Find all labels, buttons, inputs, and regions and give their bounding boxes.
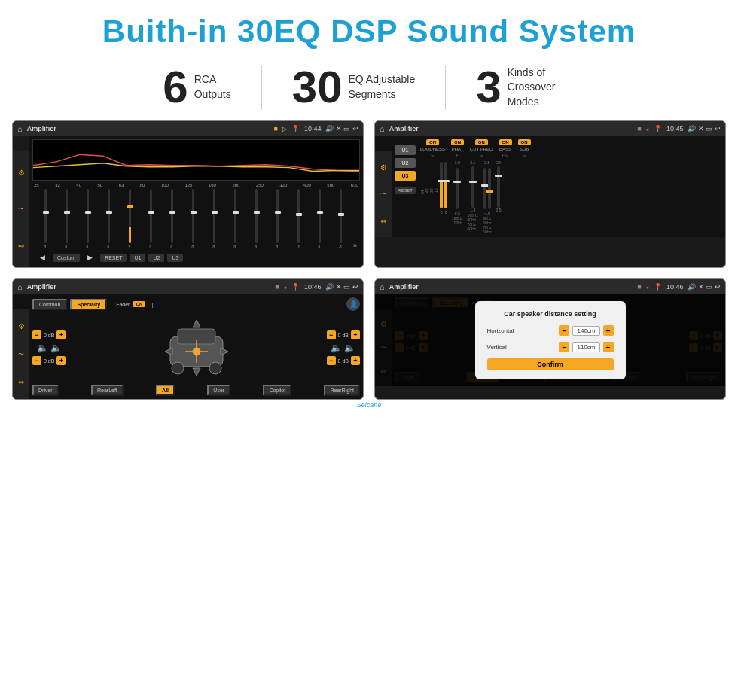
eq-slider-12[interactable]: 0 [267,189,287,249]
cutfreq-on[interactable]: ON [475,139,488,145]
eq-topbar: ⌂ Amplifier ■ ▷ 📍 10:44 🔊 ✕ ▭ ↩ [13,121,363,136]
eq-slider-1[interactable]: 0 [35,189,55,249]
eq-slider-13[interactable]: -1 [288,189,308,249]
confirm-button[interactable]: Confirm [487,358,614,370]
fader-tab-row: Common Specialty Fader ON ||| 👤 [32,297,360,311]
fader-on[interactable]: ON [133,301,145,307]
switch-bass: ON BASS F G [499,139,512,157]
eq-slider-5[interactable]: 5 [120,189,139,249]
rear-right-button[interactable]: RearRight [324,385,360,396]
crossover-home-icon[interactable]: ⌂ [380,124,385,133]
preset-u3[interactable]: U3 [395,171,416,181]
loudness-on[interactable]: ON [426,139,439,145]
dialog-location-icon: 📍 [654,283,662,291]
profile-icon[interactable]: 👤 [346,297,360,311]
phat-slider[interactable] [456,168,459,209]
eq-topbar-icons: 🔊 ✕ ▭ ↩ [325,125,358,132]
bass-slider2[interactable] [488,168,491,209]
copilot-button[interactable]: Copilot [263,385,291,396]
reset-button[interactable]: RESET [395,187,416,194]
fader-minus-3[interactable]: − [327,330,336,339]
eq-sidebar-icon-3[interactable]: ⇔ [18,242,24,250]
stat-eq-number: 30 [292,65,343,110]
crossover-sidebar-icon-2[interactable]: 〜 [380,190,386,198]
specialty-tab[interactable]: Specialty [70,299,107,310]
home-icon[interactable]: ⌂ [17,124,23,133]
preset-u1[interactable]: U1 [395,145,416,155]
vertical-plus[interactable]: + [603,342,614,352]
crossover-sidebar-icon-1[interactable]: ⚙ [380,163,387,172]
all-button[interactable]: All [156,385,175,396]
preset-u2[interactable]: U2 [395,158,416,168]
eq-slider-7[interactable]: 0 [162,189,181,249]
phat-on[interactable]: ON [451,139,464,145]
dialog-topbar: ⌂ Amplifier ■ ● 📍 10:46 🔊 ✕ ▭ ↩ [375,279,725,294]
sub-on[interactable]: ON [518,139,531,145]
fader-plus-3[interactable]: + [351,330,360,339]
fader-home-icon[interactable]: ⌂ [17,282,23,291]
fader-plus-2[interactable]: + [56,356,66,365]
fader-plus-4[interactable]: + [351,356,360,365]
cutfreq-slider[interactable] [471,166,474,208]
fader-sidebar-icon-1[interactable]: ⚙ [18,322,25,330]
fader-db-value-2: 0 dB [44,358,54,364]
loudness-slider2[interactable]: 0 [444,162,447,215]
eq-prev-button[interactable]: ◀ [35,252,50,263]
speaker-icon-r1: 🔈 [331,342,342,353]
fader-plus-1[interactable]: + [56,330,66,339]
common-tab[interactable]: Common [32,299,67,310]
eq-slider-15[interactable]: -1 [331,189,350,249]
eq-u2-button[interactable]: U2 [148,254,164,262]
eq-u1-button[interactable]: U1 [130,254,145,262]
bass-on[interactable]: ON [499,139,512,145]
vertical-row: Vertical − 110cm + [487,342,614,352]
stat-crossover: 3 Kinds ofCrossover Modes [446,65,605,110]
driver-button[interactable]: Driver [32,385,59,396]
eq-time: 10:44 [304,125,322,132]
fader-minus-4[interactable]: − [327,356,336,365]
eq-slider-8[interactable]: 0 [183,189,203,249]
eq-slider-6[interactable]: 0 [141,189,160,249]
car-diagram-area [70,314,322,382]
eq-slider-9[interactable]: 0 [204,189,224,249]
stats-row: 6 RCAOutputs 30 EQ AdjustableSegments 3 … [0,57,738,120]
eq-slider-2[interactable]: 0 [56,189,76,249]
vertical-minus[interactable]: − [559,342,569,352]
horizontal-minus[interactable]: − [559,325,569,336]
loudness-slider[interactable]: 0 [440,162,443,215]
eq-slider-3[interactable]: 0 [78,189,97,249]
fader-minus-1[interactable]: − [32,330,41,339]
eq-graph [32,139,360,181]
eq-sidebar-icon-2[interactable]: 〜 [18,205,24,213]
eq-title: Amplifier [27,125,270,132]
user-button[interactable]: User [207,385,230,396]
crossover-sidebar-icon-3[interactable]: ⇔ [380,217,386,225]
fader-topbar: ⌂ Amplifier ■ ● 📍 10:46 🔊 ✕ ▭ ↩ [13,279,363,294]
eq-slider-4[interactable]: 0 [99,189,118,249]
eq-slider-14[interactable]: 0 [310,189,329,249]
eq-slider-11[interactable]: 0 [246,189,266,249]
dialog-home-icon[interactable]: ⌂ [380,282,385,291]
page-header: Buith-in 30EQ DSP Sound System [0,0,738,57]
eq-sidebar-icon-1[interactable]: ⚙ [18,169,25,177]
eq-slider-10[interactable]: 0 [225,189,245,249]
horizontal-plus[interactable]: + [603,325,614,336]
svg-point-2 [172,362,184,374]
eq-content: ⚙ 〜 ⇔ 2532405063 80100125160200 25032040… [13,136,363,267]
eq-next-button[interactable]: ▶ [83,252,97,263]
fader-db-bottom-right: − 0 dB + [327,356,360,365]
eq-u3-button[interactable]: U3 [167,254,183,262]
fader-minus-2[interactable]: − [32,356,41,365]
eq-reset-button[interactable]: RESET [100,254,127,262]
fader-sidebar-icon-2[interactable]: 〜 [18,350,24,358]
crossover-dot2-icon: ● [646,126,649,132]
car-svg [159,314,234,382]
fader-sidebar-icon-3[interactable]: ⇔ [18,378,24,386]
bass-slider1[interactable] [483,168,486,209]
rear-left-button[interactable]: RearLeft [91,385,124,396]
fader-db-top-left: − 0 dB + [32,330,66,339]
sub-slider[interactable] [497,166,500,208]
stat-rca-label: RCAOutputs [194,72,231,102]
eq-custom-button[interactable]: Custom [53,254,80,262]
fader-title: Amplifier [27,283,271,291]
